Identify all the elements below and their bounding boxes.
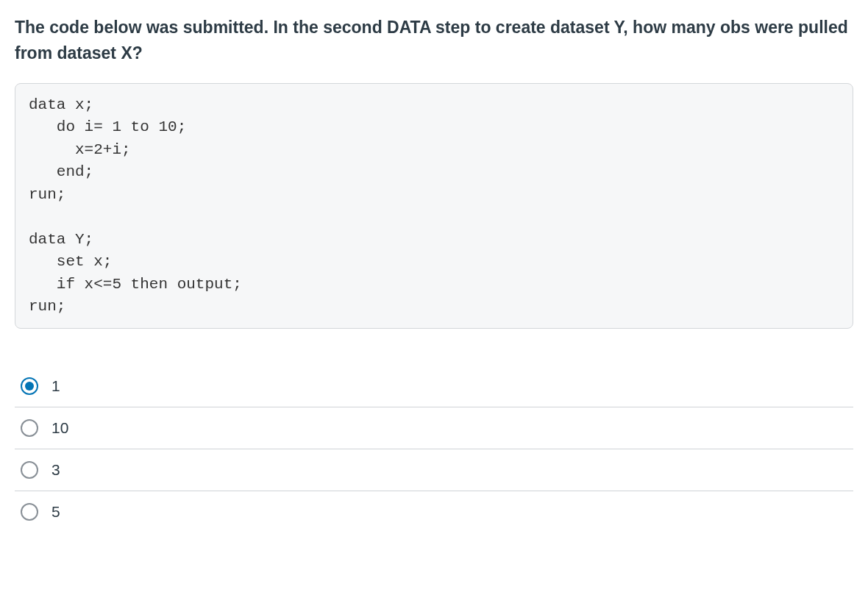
options-list: 1 10 3 5 <box>15 366 853 532</box>
option-label: 10 <box>51 419 68 437</box>
option-row[interactable]: 10 <box>15 407 853 449</box>
option-row[interactable]: 1 <box>15 366 853 407</box>
option-label: 1 <box>51 377 60 395</box>
code-block: data x; do i= 1 to 10; x=2+i; end; run; … <box>15 83 853 329</box>
radio-icon[interactable] <box>21 419 38 437</box>
option-row[interactable]: 3 <box>15 449 853 491</box>
option-label: 3 <box>51 461 60 479</box>
radio-icon[interactable] <box>21 461 38 479</box>
question-text: The code below was submitted. In the sec… <box>15 15 853 65</box>
radio-icon[interactable] <box>21 503 38 521</box>
radio-icon[interactable] <box>21 377 38 395</box>
option-label: 5 <box>51 503 60 521</box>
option-row[interactable]: 5 <box>15 491 853 532</box>
